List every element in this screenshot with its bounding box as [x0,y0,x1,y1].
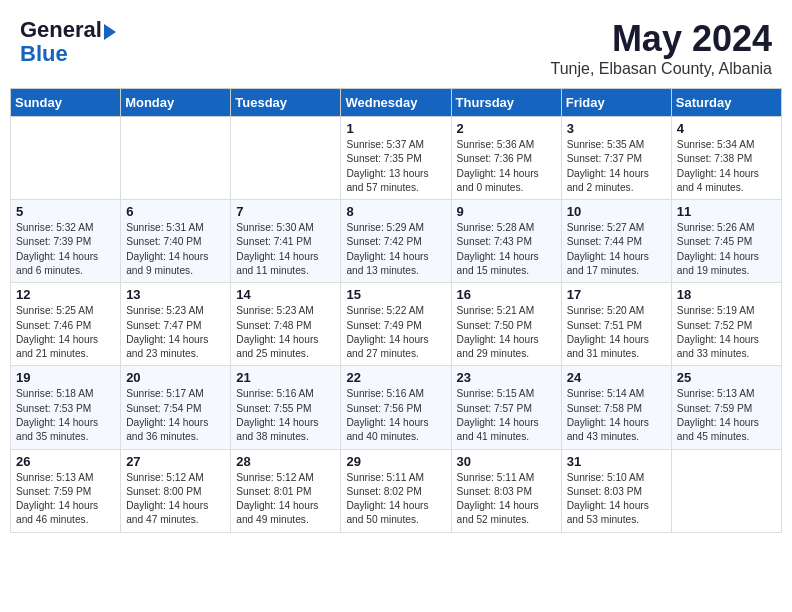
day-info: Sunrise: 5:15 AM Sunset: 7:57 PM Dayligh… [457,387,556,444]
day-number: 20 [126,370,225,385]
day-info: Sunrise: 5:12 AM Sunset: 8:00 PM Dayligh… [126,471,225,528]
day-number: 2 [457,121,556,136]
calendar-cell: 23Sunrise: 5:15 AM Sunset: 7:57 PM Dayli… [451,366,561,449]
day-info: Sunrise: 5:25 AM Sunset: 7:46 PM Dayligh… [16,304,115,361]
calendar-cell: 30Sunrise: 5:11 AM Sunset: 8:03 PM Dayli… [451,449,561,532]
day-number: 11 [677,204,776,219]
day-info: Sunrise: 5:13 AM Sunset: 7:59 PM Dayligh… [16,471,115,528]
day-info: Sunrise: 5:18 AM Sunset: 7:53 PM Dayligh… [16,387,115,444]
day-info: Sunrise: 5:20 AM Sunset: 7:51 PM Dayligh… [567,304,666,361]
calendar-cell: 14Sunrise: 5:23 AM Sunset: 7:48 PM Dayli… [231,283,341,366]
calendar-week-row: 5Sunrise: 5:32 AM Sunset: 7:39 PM Daylig… [11,200,782,283]
day-info: Sunrise: 5:13 AM Sunset: 7:59 PM Dayligh… [677,387,776,444]
weekday-header: Saturday [671,89,781,117]
day-number: 19 [16,370,115,385]
day-number: 27 [126,454,225,469]
day-info: Sunrise: 5:36 AM Sunset: 7:36 PM Dayligh… [457,138,556,195]
weekday-header: Friday [561,89,671,117]
day-number: 1 [346,121,445,136]
day-number: 6 [126,204,225,219]
day-info: Sunrise: 5:22 AM Sunset: 7:49 PM Dayligh… [346,304,445,361]
day-info: Sunrise: 5:34 AM Sunset: 7:38 PM Dayligh… [677,138,776,195]
day-number: 15 [346,287,445,302]
weekday-header: Monday [121,89,231,117]
calendar-cell: 28Sunrise: 5:12 AM Sunset: 8:01 PM Dayli… [231,449,341,532]
day-info: Sunrise: 5:31 AM Sunset: 7:40 PM Dayligh… [126,221,225,278]
page-header: General Blue May 2024 Tunje, Elbasan Cou… [10,10,782,82]
calendar-cell: 1Sunrise: 5:37 AM Sunset: 7:35 PM Daylig… [341,117,451,200]
calendar-cell: 8Sunrise: 5:29 AM Sunset: 7:42 PM Daylig… [341,200,451,283]
calendar-cell: 3Sunrise: 5:35 AM Sunset: 7:37 PM Daylig… [561,117,671,200]
day-number: 7 [236,204,335,219]
calendar-cell: 6Sunrise: 5:31 AM Sunset: 7:40 PM Daylig… [121,200,231,283]
calendar-cell: 24Sunrise: 5:14 AM Sunset: 7:58 PM Dayli… [561,366,671,449]
day-info: Sunrise: 5:11 AM Sunset: 8:02 PM Dayligh… [346,471,445,528]
day-info: Sunrise: 5:30 AM Sunset: 7:41 PM Dayligh… [236,221,335,278]
calendar-week-row: 12Sunrise: 5:25 AM Sunset: 7:46 PM Dayli… [11,283,782,366]
location-title: Tunje, Elbasan County, Albania [551,60,772,78]
weekday-header: Tuesday [231,89,341,117]
day-number: 22 [346,370,445,385]
day-info: Sunrise: 5:10 AM Sunset: 8:03 PM Dayligh… [567,471,666,528]
calendar-cell: 27Sunrise: 5:12 AM Sunset: 8:00 PM Dayli… [121,449,231,532]
calendar-cell: 13Sunrise: 5:23 AM Sunset: 7:47 PM Dayli… [121,283,231,366]
calendar-cell: 11Sunrise: 5:26 AM Sunset: 7:45 PM Dayli… [671,200,781,283]
calendar-cell: 31Sunrise: 5:10 AM Sunset: 8:03 PM Dayli… [561,449,671,532]
day-number: 4 [677,121,776,136]
calendar-cell: 2Sunrise: 5:36 AM Sunset: 7:36 PM Daylig… [451,117,561,200]
day-number: 31 [567,454,666,469]
calendar-cell: 19Sunrise: 5:18 AM Sunset: 7:53 PM Dayli… [11,366,121,449]
day-number: 5 [16,204,115,219]
calendar-cell: 7Sunrise: 5:30 AM Sunset: 7:41 PM Daylig… [231,200,341,283]
day-info: Sunrise: 5:23 AM Sunset: 7:47 PM Dayligh… [126,304,225,361]
day-info: Sunrise: 5:35 AM Sunset: 7:37 PM Dayligh… [567,138,666,195]
calendar-cell: 18Sunrise: 5:19 AM Sunset: 7:52 PM Dayli… [671,283,781,366]
day-number: 17 [567,287,666,302]
logo-blue: Blue [20,42,116,66]
calendar-cell: 4Sunrise: 5:34 AM Sunset: 7:38 PM Daylig… [671,117,781,200]
calendar-cell [671,449,781,532]
day-info: Sunrise: 5:37 AM Sunset: 7:35 PM Dayligh… [346,138,445,195]
day-info: Sunrise: 5:14 AM Sunset: 7:58 PM Dayligh… [567,387,666,444]
weekday-header: Thursday [451,89,561,117]
day-number: 8 [346,204,445,219]
day-info: Sunrise: 5:28 AM Sunset: 7:43 PM Dayligh… [457,221,556,278]
calendar-cell: 12Sunrise: 5:25 AM Sunset: 7:46 PM Dayli… [11,283,121,366]
logo: General Blue [20,18,116,66]
day-info: Sunrise: 5:29 AM Sunset: 7:42 PM Dayligh… [346,221,445,278]
day-info: Sunrise: 5:27 AM Sunset: 7:44 PM Dayligh… [567,221,666,278]
day-number: 24 [567,370,666,385]
calendar-cell: 9Sunrise: 5:28 AM Sunset: 7:43 PM Daylig… [451,200,561,283]
calendar-cell: 17Sunrise: 5:20 AM Sunset: 7:51 PM Dayli… [561,283,671,366]
day-number: 9 [457,204,556,219]
calendar-cell [121,117,231,200]
day-number: 29 [346,454,445,469]
day-info: Sunrise: 5:16 AM Sunset: 7:55 PM Dayligh… [236,387,335,444]
calendar-cell [11,117,121,200]
calendar-cell: 5Sunrise: 5:32 AM Sunset: 7:39 PM Daylig… [11,200,121,283]
logo-arrow-icon [104,24,116,40]
weekday-header: Sunday [11,89,121,117]
day-info: Sunrise: 5:21 AM Sunset: 7:50 PM Dayligh… [457,304,556,361]
day-number: 23 [457,370,556,385]
day-number: 25 [677,370,776,385]
weekday-header: Wednesday [341,89,451,117]
day-number: 10 [567,204,666,219]
month-title: May 2024 [551,18,772,60]
calendar-header-row: SundayMondayTuesdayWednesdayThursdayFrid… [11,89,782,117]
day-number: 26 [16,454,115,469]
title-block: May 2024 Tunje, Elbasan County, Albania [551,18,772,78]
calendar-week-row: 1Sunrise: 5:37 AM Sunset: 7:35 PM Daylig… [11,117,782,200]
calendar-table: SundayMondayTuesdayWednesdayThursdayFrid… [10,88,782,533]
calendar-cell [231,117,341,200]
logo-general: General [20,18,102,42]
calendar-cell: 25Sunrise: 5:13 AM Sunset: 7:59 PM Dayli… [671,366,781,449]
day-info: Sunrise: 5:23 AM Sunset: 7:48 PM Dayligh… [236,304,335,361]
calendar-cell: 20Sunrise: 5:17 AM Sunset: 7:54 PM Dayli… [121,366,231,449]
day-number: 3 [567,121,666,136]
day-number: 28 [236,454,335,469]
day-number: 13 [126,287,225,302]
day-number: 14 [236,287,335,302]
day-info: Sunrise: 5:11 AM Sunset: 8:03 PM Dayligh… [457,471,556,528]
calendar-cell: 21Sunrise: 5:16 AM Sunset: 7:55 PM Dayli… [231,366,341,449]
